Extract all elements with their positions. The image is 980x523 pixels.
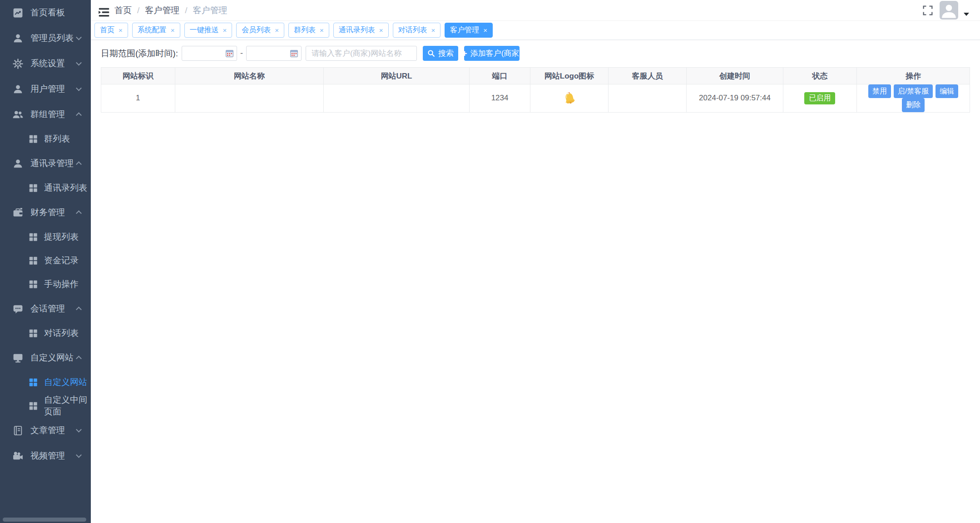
sidebar-item-manual-operation[interactable]: 手动操作 [0, 272, 91, 296]
cell-created-at: 2024-07-19 09:57:44 [687, 84, 783, 113]
col-site-name: 网站名称 [175, 68, 323, 84]
sidebar-item-custom-website[interactable]: 自定义网站 [0, 345, 91, 370]
cell-site-id: 1 [101, 84, 175, 113]
tab-group-list[interactable]: 群列表× [288, 23, 329, 38]
gear-icon [12, 58, 24, 69]
grid-icon [28, 232, 38, 242]
user-avatar-icon[interactable] [940, 1, 958, 20]
grid-icon [28, 328, 38, 338]
sidebar-item-user-management[interactable]: 用户管理 [0, 76, 91, 102]
chat-icon [12, 303, 24, 315]
sidebar-item-label: 通讯录列表 [44, 182, 87, 194]
tab-contacts-list[interactable]: 通讯录列表× [333, 23, 389, 38]
tab-home[interactable]: 首页× [94, 23, 128, 38]
delete-button[interactable]: 删除 [902, 98, 925, 112]
sidebar-item-contacts-management[interactable]: 通讯录管理 [0, 151, 91, 176]
close-icon[interactable]: × [431, 27, 436, 34]
sidebar-item-funds-record[interactable]: 资金记录 [0, 249, 91, 272]
sidebar-horizontal-scrollbar[interactable] [3, 518, 86, 522]
disable-button[interactable]: 禁用 [868, 84, 891, 98]
tab-customer-mgmt[interactable]: 客户管理× [445, 23, 493, 38]
sidebar-item-admin-list[interactable]: 管理员列表 [0, 25, 91, 51]
grid-icon [28, 279, 38, 289]
breadcrumb-customer-mgmt[interactable]: 客户管理 [145, 5, 179, 16]
close-icon[interactable]: × [223, 27, 227, 34]
sidebar-item-dashboard[interactable]: 首页看板 [0, 0, 91, 25]
sidebar-item-label: 群组管理 [30, 109, 65, 120]
sidebar: 首页看板 管理员列表 系统设置 用户管理 群组管理 群列表 [0, 0, 91, 523]
search-icon [427, 49, 435, 57]
close-icon[interactable]: × [379, 27, 383, 34]
site-name-search-input[interactable] [306, 46, 417, 61]
sidebar-item-group-management[interactable]: 群组管理 [0, 102, 91, 127]
tab-dialog-list[interactable]: 对话列表× [393, 23, 441, 38]
breadcrumb-separator: / [137, 5, 139, 15]
grid-icon [28, 134, 38, 144]
col-site-url: 网站URL [323, 68, 469, 84]
cell-agent [609, 84, 687, 113]
grid-icon [28, 183, 38, 193]
plus-icon: + [462, 49, 467, 58]
sidebar-item-finance-management[interactable]: 财务管理 [0, 200, 91, 225]
sidebar-item-system-settings[interactable]: 系统设置 [0, 51, 91, 76]
hamburger-fold-icon[interactable] [95, 4, 109, 17]
grid-icon [28, 401, 38, 411]
col-status: 状态 [783, 68, 857, 84]
date-end-input[interactable] [246, 46, 302, 61]
add-customer-button[interactable]: + 添加客户(商家) [464, 46, 520, 61]
dashboard-chart-icon [12, 7, 24, 19]
table-row: 1 1234 20 [101, 84, 970, 113]
sidebar-item-video-management[interactable]: 视频管理 [0, 443, 91, 469]
yellow-bell-logo-icon [560, 89, 578, 107]
user-icon [12, 33, 24, 44]
sidebar-item-article-management[interactable]: 文章管理 [0, 418, 91, 443]
breadcrumb-separator: / [185, 5, 187, 15]
sidebar-item-withdraw-list[interactable]: 提现列表 [0, 225, 91, 249]
date-range-separator: - [240, 49, 243, 58]
sidebar-item-label: 用户管理 [30, 83, 65, 95]
date-range-label: 日期范围(添加时间): [101, 48, 178, 59]
sidebar-item-label: 自定义网站 [44, 376, 87, 388]
search-button[interactable]: 搜索 [423, 46, 458, 61]
sidebar-item-label: 群列表 [44, 133, 70, 145]
sidebar-item-session-management[interactable]: 会话管理 [0, 296, 91, 321]
col-agent: 客服人员 [609, 68, 687, 84]
tab-one-key-push[interactable]: 一键推送× [184, 23, 233, 38]
date-start-input[interactable] [182, 46, 237, 61]
sidebar-item-contacts-list[interactable]: 通讯录列表 [0, 176, 91, 200]
table-header-row: 网站标识 网站名称 网站URL 端口 网站Logo图标 客服人员 创建时间 状态… [101, 68, 970, 84]
toggle-agent-button[interactable]: 启/禁客服 [894, 84, 933, 98]
main-area: 首页 / 客户管理 / 客户管理 首页× 系统配置× 一键推送× 会员列表× 群… [91, 0, 980, 523]
close-icon[interactable]: × [275, 27, 279, 34]
sidebar-item-custom-website-sub[interactable]: 自定义网站 [0, 370, 91, 394]
col-logo: 网站Logo图标 [530, 68, 609, 84]
sidebar-item-label: 系统设置 [30, 58, 65, 69]
grid-icon [28, 377, 38, 387]
close-icon[interactable]: × [119, 27, 123, 34]
close-icon[interactable]: × [320, 27, 324, 34]
navbar: 首页 / 客户管理 / 客户管理 [91, 0, 980, 21]
sidebar-item-label: 文章管理 [30, 424, 65, 436]
sidebar-item-label: 自定义中间页面 [44, 394, 91, 418]
tab-member-list[interactable]: 会员列表× [236, 23, 284, 38]
chevron-down-icon [76, 427, 82, 433]
calendar-icon [225, 49, 234, 58]
fullscreen-icon[interactable] [921, 4, 934, 17]
caret-down-icon[interactable] [964, 13, 969, 16]
col-port: 端口 [470, 68, 530, 84]
grid-icon [28, 256, 38, 266]
sidebar-item-dialog-list[interactable]: 对话列表 [0, 321, 91, 345]
close-icon[interactable]: × [171, 27, 175, 34]
navbar-right [921, 1, 969, 20]
sidebar-item-label: 自定义网站 [30, 352, 74, 364]
cell-status: 已启用 [783, 84, 857, 113]
tab-system-config[interactable]: 系统配置× [132, 23, 180, 38]
status-badge: 已启用 [804, 92, 835, 104]
sidebar-item-group-list[interactable]: 群列表 [0, 127, 91, 151]
close-icon[interactable]: × [483, 27, 487, 34]
users-icon [12, 109, 24, 120]
edit-button[interactable]: 编辑 [935, 84, 958, 98]
sidebar-item-custom-middle-page[interactable]: 自定义中间页面 [0, 394, 91, 418]
breadcrumb-home[interactable]: 首页 [114, 5, 132, 16]
col-site-id: 网站标识 [101, 68, 175, 84]
